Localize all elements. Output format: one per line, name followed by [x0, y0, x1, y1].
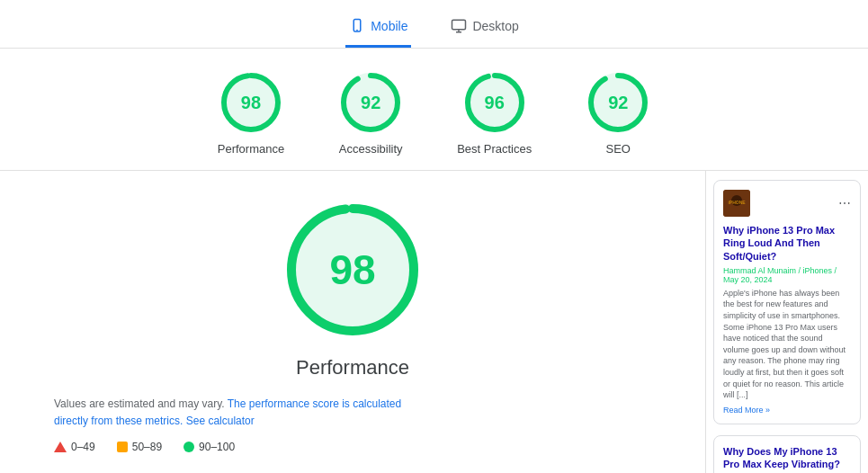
score-circle-best-practices: 96	[462, 70, 527, 135]
legend-fail-range: 0–49	[71, 441, 95, 453]
score-value-accessibility: 92	[361, 93, 380, 113]
score-label-seo: SEO	[606, 142, 631, 156]
note-prefix: Values are estimated and may vary.	[54, 397, 225, 410]
svg-text:iPHONE: iPHONE	[728, 200, 746, 205]
card-1-read-more[interactable]: Read More »	[723, 406, 770, 415]
card-2: Why Does My iPhone 13 Pro Max Keep Vibra…	[713, 435, 861, 473]
tab-mobile[interactable]: Mobile	[345, 11, 411, 48]
score-label-accessibility: Accessibility	[339, 142, 403, 156]
card-1-header: iPHONE ⋯	[723, 190, 851, 217]
tab-desktop-label: Desktop	[472, 19, 518, 33]
scores-row: 98 Performance 92 Accessibility 96 Best …	[0, 49, 868, 171]
big-score-value: 98	[329, 245, 375, 294]
mobile-icon	[349, 18, 365, 34]
legend: 0–49 50–89 90–100	[54, 441, 235, 453]
big-score-circle: 98	[281, 198, 425, 342]
right-panel: iPHONE ⋯ Why iPhone 13 Pro Max Ring Loud…	[706, 171, 868, 473]
legend-item-pass: 90–100	[183, 441, 235, 453]
score-item-seo: 92 SEO	[586, 70, 650, 156]
svg-rect-3	[452, 20, 466, 30]
score-value-performance: 98	[241, 93, 261, 113]
legend-triangle-icon	[54, 442, 67, 452]
card-1-meta: Hammad Al Munaim / iPhones / May 20, 202…	[723, 266, 851, 284]
note-link-calculator[interactable]: See calculator	[186, 415, 255, 427]
legend-average-range: 50–89	[132, 441, 162, 453]
legend-item-fail: 0–49	[54, 441, 95, 453]
card-1: iPHONE ⋯ Why iPhone 13 Pro Max Ring Loud…	[713, 180, 861, 424]
score-item-performance: 98 Performance	[218, 70, 284, 156]
card-1-excerpt: Apple's iPhone has always been the best …	[723, 288, 851, 401]
tab-mobile-label: Mobile	[371, 19, 407, 33]
card-1-thumb: iPHONE	[723, 190, 750, 217]
left-panel: 98 Performance Values are estimated and …	[0, 171, 706, 473]
tabs-bar: Mobile Desktop	[0, 0, 868, 49]
tab-desktop[interactable]: Desktop	[447, 11, 522, 48]
score-label-best-practices: Best Practices	[457, 142, 532, 156]
note-text: Values are estimated and may vary. The p…	[54, 396, 414, 430]
score-value-seo: 92	[608, 93, 628, 113]
score-value-best-practices: 96	[485, 93, 505, 113]
score-item-accessibility: 92 Accessibility	[338, 70, 403, 156]
legend-circle-icon	[183, 442, 194, 452]
legend-pass-range: 90–100	[199, 441, 235, 453]
card-2-title[interactable]: Why Does My iPhone 13 Pro Max Keep Vibra…	[723, 445, 851, 471]
score-circle-performance: 98	[219, 70, 283, 135]
score-item-best-practices: 96 Best Practices	[457, 70, 532, 156]
big-score-label: Performance	[296, 356, 409, 379]
score-circle-accessibility: 92	[338, 70, 403, 135]
legend-square-icon	[117, 442, 128, 452]
card-1-title[interactable]: Why iPhone 13 Pro Max Ring Loud And Then…	[723, 224, 851, 263]
legend-item-average: 50–89	[117, 441, 162, 453]
score-circle-seo: 92	[586, 70, 650, 135]
score-label-performance: Performance	[218, 142, 284, 156]
main-content: 98 Performance Values are estimated and …	[0, 171, 868, 473]
card-1-menu-icon[interactable]: ⋯	[838, 196, 851, 210]
desktop-icon	[451, 18, 467, 34]
svg-point-2	[357, 30, 358, 31]
